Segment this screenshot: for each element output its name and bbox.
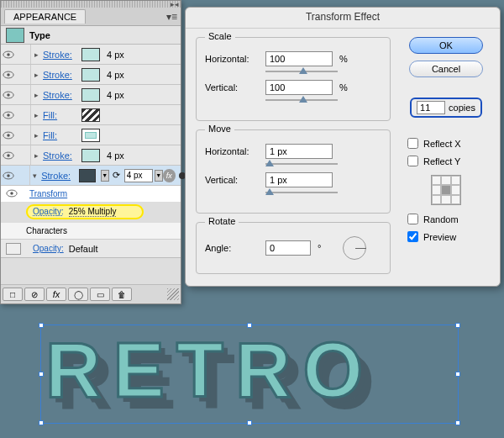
scale-h-slider[interactable] [265,68,338,75]
cancel-button[interactable]: Cancel [409,61,483,77]
stroke-row-2[interactable]: ▸ Stroke: 4 px [1,65,181,85]
visibility-icon[interactable] [1,151,16,160]
move-h-slider[interactable] [265,161,338,167]
fill-swatch[interactable] [81,108,100,122]
stroke-link[interactable]: Stroke: [39,171,75,181]
handle-bottom-mid[interactable] [247,420,252,425]
scale-h-input[interactable] [265,51,333,66]
dialog-title: Transform Effect [186,8,500,29]
stroke-link[interactable]: Stroke: [41,150,78,161]
stroke-swatch[interactable] [81,88,100,102]
stroke-row-4[interactable]: ▸ Stroke: 4 px [1,145,181,166]
handle-mid-left[interactable] [39,372,44,377]
angle-dial[interactable] [343,236,366,260]
fill-swatch[interactable] [81,129,100,142]
origin-center[interactable] [441,185,450,194]
reflect-y-input[interactable] [407,156,418,166]
resize-grip-icon[interactable] [167,288,179,300]
random-input[interactable] [407,214,418,224]
collapse-icon[interactable]: ▾ [30,172,40,180]
stroke-swatch[interactable] [81,68,100,82]
visibility-icon[interactable] [6,189,18,199]
expand-icon[interactable]: ▸ [31,111,41,119]
stroke-weight-link-icon[interactable]: ⟳ [111,170,123,181]
characters-row[interactable]: Characters [1,223,181,240]
fx-indicator-icon[interactable]: fx [163,169,176,182]
visibility-toggle-off[interactable] [6,243,21,255]
color-dropdown-icon[interactable]: ▼ [101,170,109,182]
visibility-icon[interactable] [1,172,15,180]
transform-effect-dialog: Transform Effect Scale Horizontal: % Ver… [185,7,501,287]
stroke-row-3[interactable]: ▸ Stroke: 4 px [1,85,181,105]
transform-effect-subrow[interactable]: Transform [1,186,181,203]
delete-button[interactable]: 🗑 [112,288,132,301]
expand-icon[interactable]: ▸ [31,151,41,160]
clear-appearance-button[interactable]: ◯ [68,288,88,301]
selection-bounding-box[interactable] [40,325,459,424]
visibility-icon[interactable] [1,111,16,119]
origin-point-grid[interactable] [431,175,461,205]
percent-unit: % [339,54,351,64]
copies-input[interactable] [417,101,445,114]
handle-bottom-right[interactable] [455,420,460,425]
collapse-arrows-icon[interactable]: ▸◂ [171,0,179,8]
copies-label: copies [449,103,475,113]
expand-icon[interactable]: ▸ [31,91,41,99]
stroke-color-swatch[interactable] [79,169,96,182]
angle-input[interactable] [265,240,311,256]
handle-top-mid[interactable] [247,323,252,328]
handle-mid-right[interactable] [455,372,460,377]
panel-menu-icon[interactable]: ▾≡ [166,11,177,23]
fill-row-2[interactable]: ▸ Fill: [1,125,181,145]
preview-input[interactable] [407,231,418,242]
stroke-weight-input[interactable] [124,169,153,182]
handle-bottom-left[interactable] [39,420,44,425]
duplicate-button[interactable]: ▭ [90,288,110,301]
scale-v-slider[interactable] [265,97,338,103]
panel-titlebar[interactable]: ▸◂ [1,1,181,8]
visibility-icon[interactable] [1,50,16,59]
stroke-link[interactable]: Stroke: [41,70,78,80]
stroke-swatch[interactable] [81,149,100,162]
handle-top-right[interactable] [455,323,460,328]
stroke-row-selected[interactable]: ▾ Stroke: ▼ ⟳ ▼ fx [1,166,181,186]
expand-icon[interactable]: ▸ [31,50,41,59]
ok-button[interactable]: OK [409,37,483,54]
reflect-x-input[interactable] [407,138,418,149]
appearance-tab[interactable]: APPEARANCE [4,9,86,24]
opacity-subrow-highlighted[interactable]: Opacity: 25% Multiply [26,204,144,219]
expand-icon[interactable]: ▸ [31,131,41,140]
visibility-icon[interactable] [1,131,16,140]
move-v-input[interactable] [265,172,333,187]
fill-row-1[interactable]: ▸ Fill: [1,105,181,125]
rotate-legend: Rotate [205,216,239,226]
opacity-link[interactable]: Opacity: [33,244,64,253]
stroke-size: 4 px [107,50,124,60]
clear-button[interactable]: ⊘ [24,288,45,301]
stroke-link[interactable]: Stroke: [41,90,78,100]
fill-link[interactable]: Fill: [41,110,78,120]
appearance-target-row[interactable]: Type [1,26,181,45]
visibility-icon[interactable] [1,91,16,99]
move-v-slider[interactable] [265,189,338,196]
opacity-link[interactable]: Opacity: [33,207,64,216]
default-opacity-row[interactable]: Opacity: Default [1,240,181,258]
stroke-link[interactable]: Stroke: [41,50,78,60]
weight-dropdown-icon[interactable]: ▼ [155,170,163,182]
handle-top-left[interactable] [39,323,44,328]
scale-v-input[interactable] [265,80,333,95]
move-h-input[interactable] [265,144,333,159]
reflect-y-checkbox[interactable]: Reflect Y [402,156,490,166]
reflect-x-checkbox[interactable]: Reflect X [402,138,490,149]
stroke-swatch[interactable] [81,48,100,61]
transform-link[interactable]: Transform [29,189,67,198]
visibility-icon[interactable] [1,71,16,79]
fx-button[interactable]: fx [46,288,66,301]
new-art-button[interactable]: □ [3,288,23,301]
expand-icon[interactable]: ▸ [31,71,41,79]
random-checkbox[interactable]: Random [402,214,490,224]
opacity-value[interactable]: 25% Multiply [69,207,117,217]
stroke-row-1[interactable]: ▸ Stroke: 4 px [1,45,181,65]
fill-link[interactable]: Fill: [41,130,78,140]
preview-checkbox[interactable]: Preview [402,231,490,242]
